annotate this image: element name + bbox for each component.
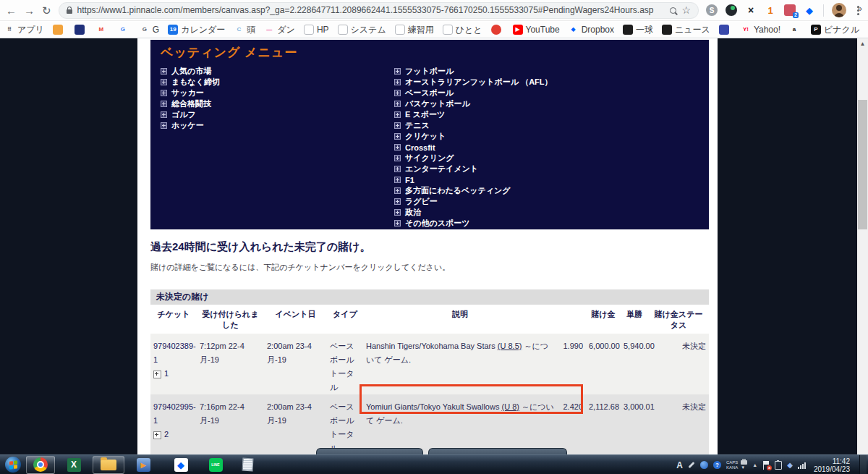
scroll-up-arrow[interactable]: ▲ <box>857 41 868 47</box>
ticket-number-link[interactable]: 979402995-1 <box>153 402 196 425</box>
description-line-link[interactable]: (U 8.5) <box>498 342 522 350</box>
expand-plus-icon[interactable] <box>161 122 167 129</box>
bookmark-item[interactable]: 練習用 <box>395 24 434 36</box>
bookmark-item[interactable] <box>53 25 66 35</box>
menu-item[interactable]: ホッケー <box>161 120 220 131</box>
menu-item[interactable]: 人気の市場 <box>161 66 220 77</box>
app-ball-icon[interactable] <box>700 461 708 469</box>
vertical-scrollbar[interactable]: ▲ <box>857 38 868 454</box>
expand-plus-icon[interactable] <box>161 90 167 96</box>
dropbox-extension-icon[interactable]: ◆ <box>804 4 815 16</box>
ticket-number-link[interactable]: 979402389-1 <box>153 342 196 364</box>
menu-item[interactable]: クリケット <box>394 131 553 142</box>
expand-plus-icon[interactable] <box>161 101 167 107</box>
expand-plus-icon[interactable] <box>394 90 401 96</box>
taskbar-explorer-button[interactable] <box>93 456 124 474</box>
address-bar[interactable]: https://www1.pinnacle.com/members/canvas… <box>59 2 699 19</box>
bookmark-item[interactable]: — ダン <box>264 24 295 36</box>
bookmark-item[interactable]: ▶ YouTube <box>513 25 560 35</box>
dropbox-tray-icon[interactable]: ◆ <box>787 462 793 469</box>
expand-plus-icon[interactable] <box>394 177 401 183</box>
bookmark-item[interactable]: Y! Yahoo! <box>741 25 780 35</box>
help-icon[interactable]: ? <box>713 461 721 469</box>
start-button[interactable] <box>0 456 26 474</box>
bookmark-item[interactable]: P ビナクル <box>811 24 859 36</box>
hidden-action-button-1[interactable] <box>316 448 423 454</box>
bookmark-item[interactable]: ひとと <box>443 24 482 36</box>
bookmark-item[interactable]: C 頭 <box>234 24 255 36</box>
bookmark-item[interactable] <box>491 25 504 35</box>
bookmark-item[interactable]: HP <box>304 25 329 35</box>
bookmark-item[interactable]: M <box>96 25 109 35</box>
x-extension-icon[interactable]: × <box>745 4 757 16</box>
expand-plus-icon[interactable] <box>394 101 401 107</box>
skype-extension-icon[interactable]: S <box>706 4 718 16</box>
menu-item[interactable]: テニス <box>394 120 553 131</box>
bookmark-item[interactable]: G G <box>140 25 159 35</box>
expand-plus-icon[interactable] <box>394 198 401 205</box>
expand-plus-icon[interactable] <box>161 79 167 85</box>
expand-plus-icon[interactable] <box>394 220 401 227</box>
menu-item[interactable]: バスケットボール <box>394 98 553 109</box>
clipboard-icon[interactable] <box>775 461 782 470</box>
forward-button[interactable]: → <box>24 5 35 16</box>
tools-icon[interactable] <box>688 464 695 466</box>
menu-item[interactable]: 多方面にわたるベッティング <box>394 185 553 196</box>
counter-extension-icon[interactable]: 1 <box>765 4 776 16</box>
chevron-down-icon[interactable]: ▼ <box>741 465 747 470</box>
expand-plus-icon[interactable] <box>394 122 401 129</box>
taskbar-clock[interactable]: 11:42 2019/04/23 <box>814 457 850 473</box>
scrollbar-thumb[interactable] <box>858 100 867 229</box>
hidden-action-button-2[interactable] <box>428 448 567 454</box>
menu-item[interactable]: まもなく締切 <box>161 77 220 88</box>
expand-plus-icon[interactable] <box>394 68 401 75</box>
menu-item[interactable]: オーストラリアンフットボール （AFL） <box>394 77 553 88</box>
expand-plus-icon[interactable] <box>394 111 401 118</box>
menu-item[interactable]: サイクリング <box>394 153 553 164</box>
bookmark-item[interactable]: G <box>118 25 131 35</box>
taskbar-notepad-button[interactable] <box>233 456 262 474</box>
menu-item[interactable]: 政治 <box>394 207 553 218</box>
bookmark-item[interactable] <box>75 25 88 35</box>
expand-plus-icon[interactable] <box>394 209 401 216</box>
show-desktop-button[interactable] <box>859 455 867 474</box>
back-button[interactable]: ← <box>6 5 17 16</box>
refresh-button[interactable]: ↻ <box>42 5 51 16</box>
menu-item[interactable]: ベースボール <box>394 88 553 98</box>
menu-item[interactable]: E スポーツ <box>394 109 553 120</box>
taskbar-line-button[interactable]: LINE <box>201 456 230 474</box>
row-number-link[interactable]: 1 <box>164 369 169 378</box>
bookmark-item[interactable]: ◆ Dropbox <box>569 25 614 35</box>
taskbar-media-player-button[interactable]: ▶ <box>129 456 158 474</box>
action-center-flag-icon[interactable]: x <box>762 461 770 470</box>
menu-item[interactable]: その他のスポーツ <box>394 218 553 229</box>
menu-item[interactable]: Crossfit <box>394 142 553 153</box>
zoom-icon[interactable] <box>670 7 676 14</box>
ime-language-icon[interactable]: A <box>676 461 683 470</box>
expand-plus-icon[interactable] <box>394 133 401 140</box>
bookmarks-overflow-chevron[interactable]: » <box>857 0 862 16</box>
bookmark-item[interactable]: ニュース <box>662 24 710 36</box>
menu-item[interactable]: ラグビー <box>394 196 553 207</box>
url-text[interactable]: https://www1.pinnacle.com/members/canvas… <box>77 5 665 15</box>
expand-plus-icon[interactable] <box>394 79 401 85</box>
menu-item[interactable]: 総合格闘技 <box>161 98 220 109</box>
bookmark-item[interactable]: 一球 <box>623 24 653 36</box>
update-extension-icon[interactable]: 2 <box>784 4 796 16</box>
bookmark-item[interactable]: システム <box>338 24 386 36</box>
taskbar-excel-button[interactable]: X <box>59 456 88 474</box>
bookmark-item[interactable]: ⠿ アプリ <box>4 24 44 36</box>
expand-plus-icon[interactable] <box>394 187 401 194</box>
bookmark-item[interactable]: 19 カレンダー <box>168 24 225 36</box>
expand-plus-icon[interactable] <box>161 111 167 118</box>
network-signal-icon[interactable] <box>798 462 806 469</box>
expand-plus-icon[interactable] <box>394 155 401 161</box>
taskbar-dropbox-button[interactable]: ◆ <box>166 456 195 474</box>
expand-plus-icon[interactable] <box>161 68 167 75</box>
padlock-icon[interactable] <box>67 9 72 14</box>
bookmark-item[interactable]: a <box>789 25 802 35</box>
bookmark-star-icon[interactable]: ☆ <box>681 5 691 15</box>
menu-item[interactable]: フットボール <box>394 66 553 77</box>
menu-item[interactable]: サッカー <box>161 88 220 98</box>
profile-avatar[interactable] <box>832 3 846 17</box>
